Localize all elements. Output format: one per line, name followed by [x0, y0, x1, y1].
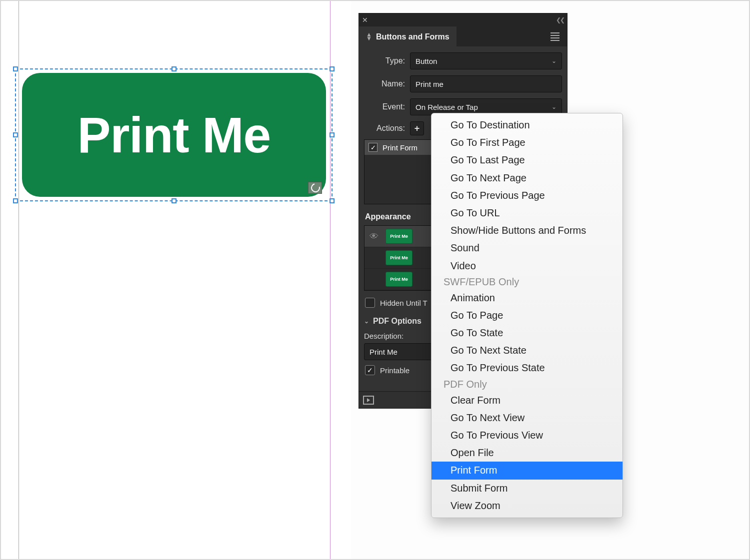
name-input[interactable]: Print me: [410, 75, 562, 92]
menu-item[interactable]: Sound: [432, 239, 622, 257]
eye-icon[interactable]: 👁: [368, 231, 380, 242]
close-icon[interactable]: ✕: [362, 16, 368, 24]
menu-group: Go To DestinationGo To First PageGo To L…: [432, 116, 622, 275]
actions-dropdown-menu: Go To DestinationGo To First PageGo To L…: [431, 113, 623, 518]
collapse-icon[interactable]: ❮❮: [556, 16, 564, 23]
menu-item[interactable]: Show/Hide Buttons and Forms: [432, 222, 622, 239]
eye-icon[interactable]: [368, 274, 380, 285]
row-name: Name: Print me: [364, 75, 562, 92]
menu-item[interactable]: Go To Last Page: [432, 151, 622, 169]
hidden-label: Hidden Until T: [380, 299, 428, 307]
label-type: Type:: [364, 56, 405, 65]
menu-item[interactable]: Animation: [432, 289, 622, 307]
add-action-button[interactable]: +: [410, 121, 424, 135]
appearance-thumb: Print Me: [386, 250, 412, 265]
menu-item[interactable]: Print Form: [432, 462, 622, 479]
label-event: Event:: [364, 102, 405, 111]
menu-item[interactable]: Go To Next Page: [432, 169, 622, 187]
menu-group: AnimationGo To PageGo To StateGo To Next…: [432, 289, 622, 377]
menu-item[interactable]: Go To First Page: [432, 134, 622, 151]
menu-item[interactable]: Video: [432, 257, 622, 275]
menu-item[interactable]: Go To Previous State: [432, 359, 622, 377]
menu-group-header: SWF/EPUB Only: [432, 275, 622, 289]
label-name: Name:: [364, 79, 405, 88]
menu-item[interactable]: Go To URL: [432, 204, 622, 222]
document-canvas[interactable]: Print Me: [1, 1, 351, 559]
selection-handle[interactable]: [13, 132, 18, 137]
appearance-thumb: Print Me: [386, 229, 412, 244]
menu-item[interactable]: Go To State: [432, 324, 622, 342]
menu-item[interactable]: Go To Previous View: [432, 427, 622, 444]
selection-bounds[interactable]: [15, 68, 332, 201]
preview-icon[interactable]: [363, 396, 374, 405]
panel-tabs: ▲▼ Buttons and Forms: [359, 26, 567, 46]
selection-handle[interactable]: [330, 132, 334, 137]
selection-handle[interactable]: [172, 198, 176, 203]
menu-item[interactable]: Submit Form: [432, 480, 622, 497]
chevron-down-icon: ⌄: [552, 103, 556, 110]
menu-group-header: PDF Only: [432, 377, 622, 392]
menu-item[interactable]: Go To Next View: [432, 409, 622, 427]
chevron-down-icon: ⌄: [364, 318, 369, 325]
menu-item[interactable]: Go To Previous Page: [432, 187, 622, 204]
panel-title: Buttons and Forms: [376, 32, 450, 41]
chevron-down-icon: ⌄: [552, 57, 556, 64]
panel-menu-icon[interactable]: [548, 26, 567, 46]
appearance-thumb: Print Me: [386, 272, 412, 287]
pdf-options-label: PDF Options: [373, 317, 422, 326]
menu-group: Clear FormGo To Next ViewGo To Previous …: [432, 392, 622, 515]
selection-handle[interactable]: [330, 198, 334, 203]
selection-handle[interactable]: [330, 66, 334, 71]
eye-icon[interactable]: [368, 252, 380, 263]
menu-item[interactable]: Open File: [432, 444, 622, 462]
selection-handle[interactable]: [13, 66, 18, 71]
selection-handle[interactable]: [13, 198, 18, 203]
event-value: On Release or Tap: [416, 103, 478, 111]
menu-item[interactable]: Clear Form: [432, 392, 622, 409]
menu-item[interactable]: Go To Next State: [432, 342, 622, 359]
printable-label: Printable: [380, 366, 410, 375]
menu-item[interactable]: View Zoom: [432, 497, 622, 515]
printable-checkbox[interactable]: [365, 365, 375, 375]
tab-buttons-and-forms[interactable]: ▲▼ Buttons and Forms: [359, 26, 456, 46]
hidden-checkbox[interactable]: [365, 298, 375, 308]
action-item-label: Print Form: [382, 143, 418, 152]
label-actions: Actions:: [364, 124, 405, 133]
row-type: Type: Button ⌄: [364, 52, 562, 69]
type-value: Button: [416, 57, 437, 65]
panel-topbar: ✕ ❮❮: [359, 13, 567, 26]
menu-item[interactable]: Go To Page: [432, 307, 622, 324]
updown-icon: ▲▼: [366, 33, 372, 40]
selection-handle[interactable]: [172, 66, 176, 71]
menu-item[interactable]: Go To Destination: [432, 116, 622, 134]
name-value: Print me: [416, 80, 444, 88]
description-value: Print Me: [370, 348, 398, 356]
action-checkbox[interactable]: ✓: [368, 143, 378, 152]
type-dropdown[interactable]: Button ⌄: [410, 52, 562, 69]
